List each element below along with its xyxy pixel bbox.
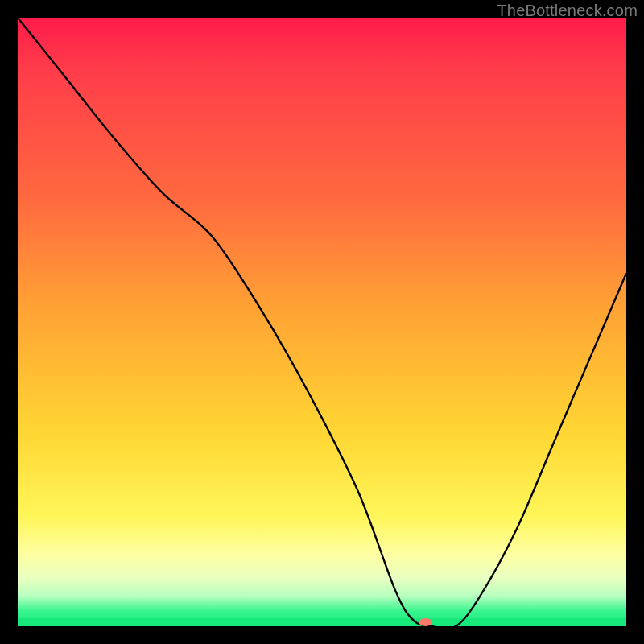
plot-area — [18, 18, 626, 626]
curve-path — [18, 18, 626, 629]
chart-container: TheBottleneck.com — [0, 0, 644, 644]
bottleneck-curve — [18, 18, 626, 626]
optimum-marker — [419, 618, 432, 626]
